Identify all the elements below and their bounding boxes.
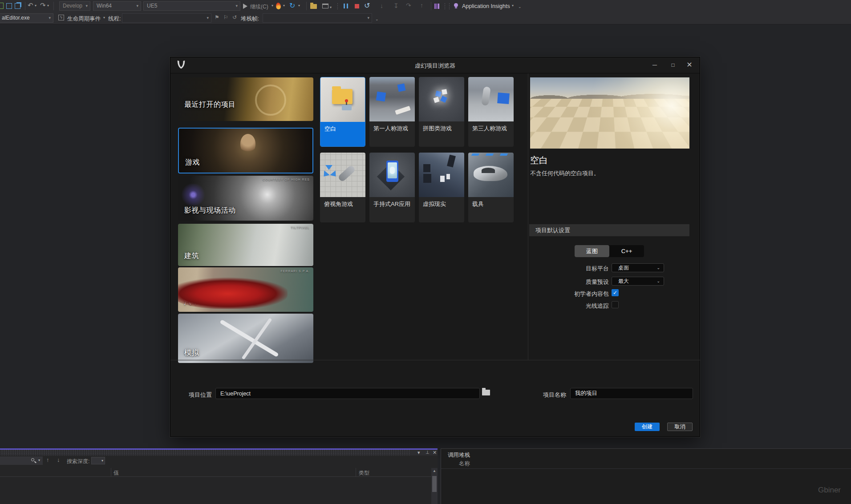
save-all-icon[interactable] xyxy=(15,3,20,9)
search-depth-label: 搜索深度: xyxy=(67,458,89,465)
scrollbar-thumb[interactable] xyxy=(432,476,437,492)
find-next-icon[interactable]: ↓ xyxy=(57,456,60,463)
lifecycle-events-button[interactable]: 生命周期事件 xyxy=(67,15,101,23)
add-item-icon[interactable] xyxy=(0,3,4,9)
project-name-input[interactable] xyxy=(570,388,693,399)
value-column-header[interactable]: 值 xyxy=(113,469,119,477)
unreal-project-browser-window: 虚幻项目浏览器 ─ □ ✕ 最近打开的项目 游戏 COURTESY OF HIG… xyxy=(170,57,700,437)
watch-search-input[interactable] xyxy=(0,456,43,465)
solution-config-dropdown[interactable]: Develop▾ xyxy=(59,1,90,11)
debug-target-process-dropdown[interactable]: alEditor.exe▾ xyxy=(0,13,53,23)
tab-cpp[interactable]: C++ xyxy=(609,245,644,257)
step-return-icon[interactable]: ↑ xyxy=(420,2,423,9)
search-depth-dropdown[interactable]: ▾ xyxy=(91,457,105,464)
vertical-scrollbar[interactable]: ▲ xyxy=(431,468,438,504)
undo-icon[interactable]: ↶ xyxy=(28,1,33,9)
redo-icon[interactable]: ↷ xyxy=(40,1,46,9)
category-games[interactable]: 游戏 xyxy=(178,128,313,173)
quality-preset-dropdown[interactable]: 最大⌄ xyxy=(612,277,664,286)
continue-dropdown-icon[interactable]: ▾ xyxy=(272,4,273,8)
project-location-input[interactable] xyxy=(215,388,480,399)
lifecycle-events-icon[interactable]: ϟ xyxy=(58,15,64,20)
toggle-flagged-icon[interactable]: ↺ xyxy=(232,14,237,20)
template-preview-image xyxy=(530,77,689,149)
template-top-down[interactable]: 俯视角游戏 xyxy=(320,153,365,222)
category-simulation[interactable]: 模拟 xyxy=(178,314,313,363)
raytracing-checkbox[interactable] xyxy=(612,301,619,308)
category-label: 影视与现场活动 xyxy=(184,206,236,215)
template-vehicle[interactable]: 载具 xyxy=(468,153,514,222)
category-architecture[interactable]: TILTPIXEL 建筑 xyxy=(178,224,313,266)
browse-folder-icon[interactable] xyxy=(482,390,490,395)
diagnostic-tools-icon[interactable] xyxy=(434,4,440,9)
column-separator[interactable] xyxy=(356,468,356,477)
restart-dropdown-icon[interactable]: ▾ xyxy=(298,4,300,8)
continue-button[interactable]: 继续(C) xyxy=(250,3,268,11)
search-options-chevron-icon[interactable]: ▾ xyxy=(38,458,40,462)
tab-blueprint[interactable]: 蓝图 xyxy=(575,245,609,257)
step-over-icon[interactable]: ↧ xyxy=(393,2,399,9)
thread-label: 线程: xyxy=(108,15,121,23)
browse-all-files-icon[interactable] xyxy=(310,4,317,9)
stack-frame-dropdown[interactable]: ▾ xyxy=(263,13,372,23)
thread-dropdown[interactable]: ▾ xyxy=(122,13,211,23)
show-output-window-icon[interactable] xyxy=(322,4,328,8)
blank-folder-icon xyxy=(332,89,353,104)
application-insights-button[interactable]: Application Insights xyxy=(462,3,510,9)
watch-panel-titlebar[interactable] xyxy=(0,450,438,456)
template-thumbnail xyxy=(369,153,415,197)
panel-menu-chevron-icon[interactable]: ▾ xyxy=(417,450,420,456)
template-virtual-reality[interactable]: 虚拟现实 xyxy=(419,153,464,222)
template-first-person[interactable]: 第一人称游戏 xyxy=(369,77,415,147)
project-defaults-header: 项目默认设置 xyxy=(529,224,689,236)
startup-project-dropdown[interactable]: UE5▾ xyxy=(143,1,240,11)
category-recent-projects[interactable]: 最近打开的项目 xyxy=(178,77,313,121)
close-button[interactable]: ✕ xyxy=(682,57,697,73)
type-column-header[interactable]: 类型 xyxy=(359,469,369,477)
panel-close-icon[interactable]: ✕ xyxy=(433,450,437,456)
category-automotive[interactable]: FERRARI S.P.A. 汽车、产品设计和制造 xyxy=(178,267,313,312)
step-out-icon[interactable]: ↷ xyxy=(406,2,411,9)
stop-debugging-icon[interactable] xyxy=(355,4,359,8)
save-icon[interactable] xyxy=(6,3,12,9)
flag-group-icon[interactable]: ⚐ xyxy=(223,14,228,20)
step-into-icon[interactable]: ↓ xyxy=(380,2,383,9)
undo-dropdown-icon[interactable]: ▾ xyxy=(35,4,36,8)
restart-debug-icon[interactable]: ↺ xyxy=(364,1,370,10)
window-titlebar[interactable]: 虚幻项目浏览器 ─ □ ✕ xyxy=(170,57,700,73)
toolbar-overflow-icon[interactable]: ⌄ xyxy=(375,17,379,21)
create-button[interactable]: 创建 xyxy=(635,423,660,431)
lifecycle-dropdown-icon[interactable]: ▾ xyxy=(103,16,105,20)
restart-app-icon[interactable]: ↻ xyxy=(289,1,295,10)
category-label: 汽车、产品设计和制造 xyxy=(184,297,258,306)
maximize-button[interactable]: □ xyxy=(665,57,681,73)
hot-reload-dropdown-icon[interactable]: ▾ xyxy=(283,4,285,8)
template-puzzle[interactable]: 拼图类游戏 xyxy=(419,77,464,147)
pin-icon[interactable]: ⊥ xyxy=(426,450,430,455)
cancel-button[interactable]: 取消 xyxy=(667,423,693,431)
column-separator[interactable] xyxy=(111,468,111,477)
hot-reload-flame-icon[interactable] xyxy=(276,2,281,9)
flag-threads-icon[interactable]: ⚑ xyxy=(215,14,219,20)
app-insights-dropdown-icon[interactable]: ▾ xyxy=(512,4,514,8)
template-handheld-ar[interactable]: 手持式AR应用 xyxy=(369,153,415,222)
break-all-pause-icon[interactable] xyxy=(344,4,348,8)
target-platform-value: 桌面 xyxy=(618,265,629,271)
continue-play-icon[interactable] xyxy=(243,4,247,9)
find-previous-icon[interactable]: ↑ xyxy=(46,456,49,463)
category-film-live-events[interactable]: COURTESY OF HIGH RES 影视与现场活动 xyxy=(178,176,313,221)
platform-dropdown[interactable]: Win64▾ xyxy=(93,1,141,11)
chevron-down-icon: ▾ xyxy=(85,2,88,10)
target-platform-label: 目标平台 xyxy=(535,265,609,273)
minimize-button[interactable]: ─ xyxy=(647,57,662,73)
window-dropdown-icon[interactable]: ▾ xyxy=(330,5,332,9)
toolbar-overflow-icon[interactable]: ⌄ xyxy=(518,4,522,9)
category-label: 最近打开的项目 xyxy=(184,100,236,109)
redo-dropdown-icon[interactable]: ▾ xyxy=(47,4,49,8)
template-third-person[interactable]: 第三人称游戏 xyxy=(468,77,514,147)
name-column-header[interactable]: 名称 xyxy=(459,460,470,468)
template-blank[interactable]: 空白 xyxy=(320,77,365,147)
starter-content-checkbox[interactable]: ✓ xyxy=(612,289,619,296)
target-platform-dropdown[interactable]: 桌面⌄ xyxy=(612,263,664,272)
scroll-up-icon[interactable]: ▲ xyxy=(431,468,438,474)
